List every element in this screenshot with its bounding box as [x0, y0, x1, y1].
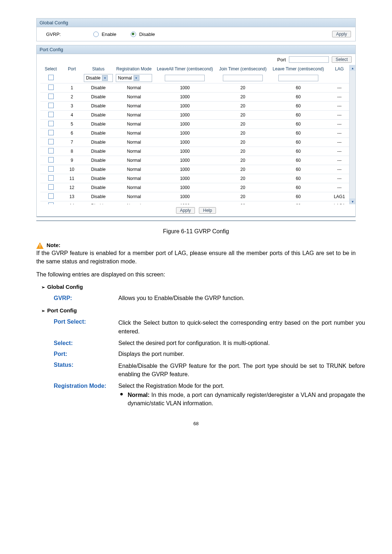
cell-lag: --- — [327, 147, 352, 156]
port-select-input[interactable] — [289, 56, 329, 63]
cell-lag: --- — [327, 120, 352, 129]
cell-status: Disable — [82, 138, 114, 147]
cell-leaveall: 1000 — [154, 111, 216, 120]
cell-status: Disable — [82, 201, 114, 205]
scroll-up-icon[interactable]: ▴ — [350, 65, 355, 71]
gvrp-disable-label: Disable — [139, 32, 155, 37]
cell-leave: 60 — [270, 147, 327, 156]
scroll-down-icon[interactable]: ▾ — [350, 198, 355, 204]
port-apply-button[interactable]: Apply — [176, 207, 195, 214]
cell-status: Disable — [82, 93, 114, 102]
cell-leave: 60 — [270, 93, 327, 102]
select-all-checkbox[interactable] — [48, 75, 54, 80]
row-checkbox[interactable] — [48, 175, 54, 181]
cell-reg: Normal — [114, 93, 154, 102]
row-checkbox[interactable] — [48, 148, 54, 153]
row-checkbox[interactable] — [48, 85, 54, 90]
cell-leave: 60 — [270, 201, 327, 205]
cell-reg: Normal — [114, 147, 154, 156]
bullet-icon: ● — [118, 391, 123, 407]
row-checkbox[interactable] — [48, 139, 54, 144]
row-checkbox[interactable] — [48, 112, 54, 117]
cell-leave: 60 — [270, 192, 327, 201]
table-row: 4DisableNormal10002060--- — [40, 111, 352, 120]
note-heading: Note: — [46, 242, 60, 248]
cell-reg: Normal — [114, 120, 154, 129]
row-checkbox[interactable] — [48, 130, 54, 135]
table-row: 14DisableNormal10002060LAG1 — [40, 201, 352, 205]
cell-leave: 60 — [270, 174, 327, 183]
reg-filter-select[interactable]: Normal ▾ — [116, 74, 152, 82]
cell-leave: 60 — [270, 120, 327, 129]
port-table: Select Port Status Registration Mode Lea… — [40, 65, 352, 204]
cell-leave: 60 — [270, 102, 327, 111]
page-number: 68 — [36, 410, 356, 426]
cell-status: Disable — [82, 111, 114, 120]
row-checkbox[interactable] — [48, 193, 54, 199]
cell-leaveall: 1000 — [154, 201, 216, 205]
desc-status-key: Status: — [52, 360, 117, 381]
cell-status: Disable — [82, 174, 114, 183]
row-checkbox[interactable] — [48, 202, 54, 204]
gvrp-disable-radio[interactable] — [131, 32, 136, 37]
figure-caption: Figure 6-11 GVRP Config — [36, 222, 356, 240]
table-scrollbar[interactable]: ▴ ▾ — [349, 65, 355, 204]
join-input[interactable] — [223, 75, 263, 81]
table-row: 9DisableNormal10002060--- — [40, 156, 352, 165]
section-port: Port Config — [47, 307, 77, 313]
row-checkbox[interactable] — [48, 184, 54, 190]
section-global: Global Config — [47, 284, 83, 290]
desc-port-val: Displays the port number. — [117, 349, 367, 360]
gvrp-enable-radio[interactable] — [93, 32, 99, 37]
cell-join: 20 — [216, 147, 270, 156]
status-filter-value: Disable — [86, 75, 101, 81]
reg-filter-value: Normal — [118, 75, 132, 81]
cell-lag: --- — [327, 138, 352, 147]
cell-status: Disable — [82, 147, 114, 156]
desc-port-key: Port: — [52, 349, 117, 360]
status-filter-select[interactable]: Disable ▾ — [84, 74, 113, 82]
col-leaveall: LeaveAll Timer (centisecond) — [154, 65, 216, 73]
table-row: 11DisableNormal10002060--- — [40, 174, 352, 183]
cell-reg: Normal — [114, 102, 154, 111]
cell-port: 14 — [61, 201, 82, 205]
port-select-button[interactable]: Select — [332, 56, 352, 63]
port-config-title: Port Config — [37, 45, 355, 54]
help-button[interactable]: Help — [199, 207, 216, 214]
cell-join: 20 — [216, 174, 270, 183]
row-checkbox[interactable] — [48, 166, 54, 172]
cell-port: 10 — [61, 165, 82, 174]
col-port: Port — [61, 65, 82, 73]
cell-status: Disable — [82, 183, 114, 192]
table-row: 8DisableNormal10002060--- — [40, 147, 352, 156]
row-checkbox[interactable] — [48, 94, 54, 99]
cell-reg: Normal — [114, 111, 154, 120]
global-apply-button[interactable]: Apply — [332, 31, 351, 37]
row-checkbox[interactable] — [48, 157, 54, 163]
cell-leave: 60 — [270, 129, 327, 138]
row-checkbox[interactable] — [48, 121, 54, 126]
cell-join: 20 — [216, 120, 270, 129]
cell-join: 20 — [216, 138, 270, 147]
cell-leaveall: 1000 — [154, 183, 216, 192]
col-lag: LAG — [327, 65, 352, 73]
cell-lag: LAG1 — [327, 192, 352, 201]
table-row: 13DisableNormal10002060LAG1 — [40, 192, 352, 201]
cell-lag: --- — [327, 183, 352, 192]
cell-leaveall: 1000 — [154, 156, 216, 165]
leave-input[interactable] — [278, 75, 318, 81]
row-checkbox[interactable] — [48, 103, 54, 108]
cell-join: 20 — [216, 156, 270, 165]
arrow-icon: ➢ — [41, 308, 45, 313]
cell-join: 20 — [216, 111, 270, 120]
col-status: Status — [82, 65, 114, 73]
cell-port: 3 — [61, 102, 82, 111]
cell-leave: 60 — [270, 83, 327, 93]
cell-reg: Normal — [114, 156, 154, 165]
port-config-panel: Port Config Port Select Select Port Stat… — [36, 45, 356, 217]
desc-select-val: Select the desired port for configuratio… — [117, 338, 367, 349]
leaveall-input[interactable] — [165, 75, 205, 81]
cell-leave: 60 — [270, 183, 327, 192]
cell-join: 20 — [216, 129, 270, 138]
desc-regmode-normal: Normal: — [128, 392, 150, 398]
